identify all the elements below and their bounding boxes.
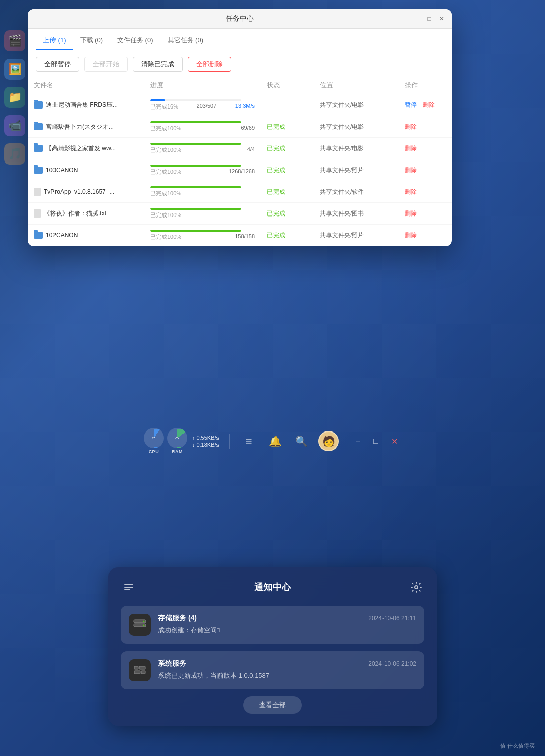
taskbar: ◠ CPU ◠ RAM ↑ 0.55KB/s ↓ 0.18KB/s ≡ 🔔 🔍 … bbox=[0, 424, 545, 458]
svg-rect-1 bbox=[124, 584, 133, 585]
window-titlebar: 任务中心 ─ □ ✕ bbox=[28, 9, 452, 29]
notification-storage-content: 存储服务 (4) 2024-10-06 21:11 成功创建：存储空间1 bbox=[158, 614, 416, 635]
location-text: 共享文件夹/电影 bbox=[320, 123, 364, 130]
status-label: 已完成 bbox=[267, 210, 285, 217]
progress-container: 已完成100% 69/69 bbox=[150, 121, 255, 132]
table-row: 102CANON 已完成100% 158/158 已完成 bbox=[28, 225, 452, 246]
delete-button[interactable]: 删除 bbox=[405, 232, 417, 239]
delete-button[interactable]: 删除 bbox=[405, 188, 417, 195]
tab-other-tasks[interactable]: 其它任务 (0) bbox=[160, 33, 211, 50]
search-button[interactable]: 🔍 bbox=[292, 432, 310, 450]
tab-upload[interactable]: 上传 (1) bbox=[36, 33, 73, 50]
notification-system-content: 系统服务 2024-10-06 21:02 系统已更新成功，当前版本 1.0.0… bbox=[158, 659, 416, 681]
progress-info: 已完成100% bbox=[150, 190, 255, 197]
pause-button[interactable]: 暂停 bbox=[405, 101, 417, 109]
progress-info: 已完成100% bbox=[150, 211, 255, 219]
progress-container: 已完成100% 158/158 bbox=[150, 230, 255, 241]
location-text: 共享文件夹/照片 bbox=[320, 232, 364, 239]
notification-center-panel: 通知中心 存储服务 (4) 2024-10-06 21:11 成功创建：存储空间… bbox=[108, 567, 437, 726]
location-text: 共享文件夹/照片 bbox=[320, 167, 364, 174]
user-avatar-button[interactable]: 🧑 bbox=[318, 431, 339, 451]
progress-bar-wrap bbox=[150, 165, 241, 167]
tb-maximize-button[interactable]: □ bbox=[369, 434, 383, 448]
location-text: 共享文件夹/图书 bbox=[320, 210, 364, 217]
storage-icon-svg bbox=[133, 618, 147, 632]
tb-close-button[interactable]: ✕ bbox=[387, 434, 401, 448]
clear-notifications-button[interactable] bbox=[121, 579, 137, 596]
progress-info: 已完成100% 158/158 bbox=[150, 233, 255, 241]
start-all-button[interactable]: 全部开始 bbox=[84, 57, 128, 72]
file-table: 文件名 进度 状态 位置 操作 迪士尼动画合集 FRDS压... bbox=[28, 78, 452, 246]
progress-container: 已完成100% 1268/1268 bbox=[150, 165, 255, 176]
close-button[interactable]: ✕ bbox=[438, 15, 446, 23]
status-label: 已完成 bbox=[267, 232, 285, 239]
progress-bar-wrap bbox=[150, 143, 241, 145]
menu-icon: ≡ bbox=[246, 435, 252, 448]
col-header-progress: 进度 bbox=[144, 78, 261, 94]
cpu-label: CPU bbox=[149, 449, 159, 454]
minimize-button[interactable]: ─ bbox=[413, 15, 421, 23]
menu-icon-button[interactable]: ≡ bbox=[240, 432, 258, 450]
progress-bar-fill bbox=[150, 186, 241, 188]
tb-minimize-button[interactable]: − bbox=[351, 434, 365, 448]
tab-file-tasks[interactable]: 文件任务 (0) bbox=[110, 33, 160, 50]
maximize-button[interactable]: □ bbox=[425, 15, 433, 23]
clear-icon bbox=[123, 581, 135, 593]
pause-all-button[interactable]: 全部暂停 bbox=[36, 57, 79, 72]
ram-label: RAM bbox=[172, 449, 183, 454]
delete-button[interactable]: 删除 bbox=[405, 167, 417, 174]
progress-bar-fill bbox=[150, 165, 241, 167]
notification-card-storage[interactable]: 存储服务 (4) 2024-10-06 21:11 成功创建：存储空间1 bbox=[121, 606, 424, 644]
app-icon-files[interactable]: 📁 bbox=[4, 87, 25, 108]
svg-rect-11 bbox=[141, 671, 145, 674]
cpu-monitor[interactable]: ◠ CPU bbox=[144, 428, 164, 454]
status-label: 已完成 bbox=[267, 167, 285, 174]
col-header-status: 状态 bbox=[261, 78, 314, 94]
app-icon-video[interactable]: 📹 bbox=[4, 115, 25, 136]
status-label: 已完成 bbox=[267, 145, 285, 152]
location-text: 共享文件夹/电影 bbox=[320, 145, 364, 152]
table-row: 100CANON 已完成100% 1268/1268 已完成 bbox=[28, 159, 452, 181]
delete-all-button[interactable]: 全部删除 bbox=[188, 57, 231, 72]
col-header-action: 操作 bbox=[399, 78, 452, 94]
toolbar: 全部暂停 全部开始 清除已完成 全部删除 bbox=[28, 50, 452, 78]
progress-container: 已完成100% bbox=[150, 208, 255, 219]
tab-download[interactable]: 下载 (0) bbox=[73, 33, 111, 50]
file-name-cell: 102CANON bbox=[34, 232, 138, 239]
folder-icon bbox=[34, 101, 43, 109]
progress-info: 已完成100% 1268/1268 bbox=[150, 168, 255, 176]
progress-bar-fill bbox=[150, 230, 241, 232]
avatar-image: 🧑 bbox=[322, 435, 335, 447]
task-center-window: 任务中心 ─ □ ✕ 上传 (1) 下载 (0) 文件任务 (0) 其它任务 (… bbox=[28, 9, 452, 246]
view-all-button[interactable]: 查看全部 bbox=[243, 696, 302, 714]
progress-bar-fill bbox=[150, 143, 241, 145]
delete-button[interactable]: 删除 bbox=[405, 145, 417, 152]
app-icon-v[interactable]: 🎬 bbox=[4, 30, 25, 51]
svg-rect-8 bbox=[134, 666, 138, 669]
cpu-gauge-circle: ◠ bbox=[144, 428, 164, 448]
ram-monitor[interactable]: ◠ RAM bbox=[167, 428, 187, 454]
notification-card-system[interactable]: 系统服务 2024-10-06 21:02 系统已更新成功，当前版本 1.0.0… bbox=[121, 651, 424, 689]
system-service-icon bbox=[129, 659, 151, 681]
progress-label: 已完成100% bbox=[150, 146, 181, 154]
download-speed: ↓ 0.18KB/s bbox=[192, 442, 219, 448]
app-icon-photos[interactable]: 🖼️ bbox=[4, 59, 25, 80]
notification-settings-button[interactable] bbox=[408, 579, 424, 596]
svg-point-3 bbox=[415, 586, 418, 589]
location-text: 共享文件夹/软件 bbox=[320, 188, 364, 195]
system-notification-time: 2024-10-06 21:02 bbox=[368, 660, 416, 667]
delete-button[interactable]: 删除 bbox=[405, 123, 417, 130]
svg-rect-10 bbox=[134, 671, 140, 674]
notification-center-title: 通知中心 bbox=[254, 581, 291, 593]
notification-bell-button[interactable]: 🔔 bbox=[266, 432, 284, 450]
clear-done-button[interactable]: 清除已完成 bbox=[133, 57, 183, 72]
app-icon-music[interactable]: 🎵 bbox=[4, 143, 25, 165]
progress-label: 已完成16% bbox=[150, 103, 178, 111]
search-icon: 🔍 bbox=[295, 435, 308, 447]
svg-point-7 bbox=[143, 625, 145, 626]
progress-label: 已完成100% bbox=[150, 168, 181, 176]
delete-button[interactable]: 删除 bbox=[405, 210, 417, 217]
delete-button[interactable]: 删除 bbox=[423, 101, 435, 109]
progress-bar-wrap bbox=[150, 208, 241, 210]
progress-bar-fill bbox=[150, 99, 165, 101]
